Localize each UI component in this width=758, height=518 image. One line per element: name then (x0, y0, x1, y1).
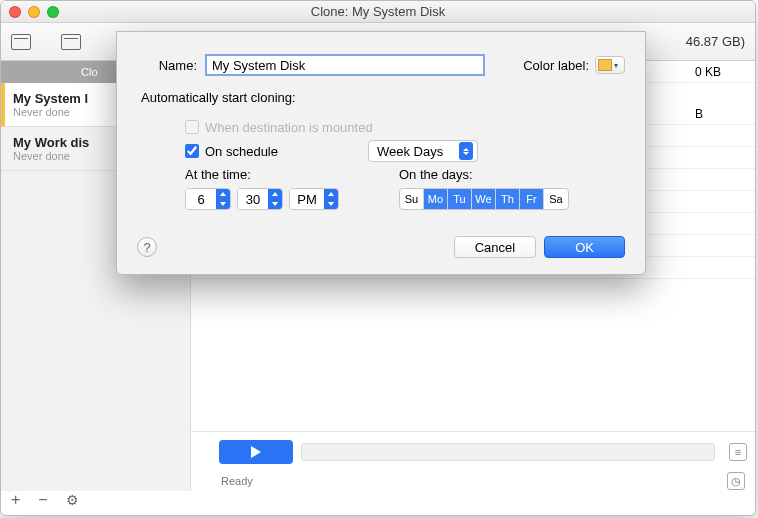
schedule-mode-value: Week Days (377, 144, 443, 159)
schedule-mode-select[interactable]: Week Days (368, 140, 478, 162)
cancel-button[interactable]: Cancel (454, 236, 536, 258)
window-title: Clone: My System Disk (311, 4, 445, 19)
titlebar: Clone: My System Disk (1, 1, 755, 23)
name-input[interactable] (205, 54, 485, 76)
bottom-left-controls: + − ⚙ (11, 491, 79, 509)
ampm-stepper[interactable] (289, 188, 339, 210)
day-th[interactable]: Th (496, 189, 520, 209)
day-su[interactable]: Su (400, 189, 424, 209)
checkbox-when-mounted (185, 120, 199, 134)
start-clone-button[interactable] (219, 440, 293, 464)
on-schedule-label: On schedule (205, 144, 278, 159)
schedule-sheet: Name: Color label: ▾ Automatically start… (116, 31, 646, 275)
checkbox-on-schedule[interactable] (185, 144, 199, 158)
column-extra-size: 0 KB (695, 65, 755, 79)
settings-gear-icon[interactable]: ⚙ (66, 492, 79, 508)
when-mounted-label: When destination is mounted (205, 120, 373, 135)
day-we[interactable]: We (472, 189, 496, 209)
days-label: On the days: (399, 167, 569, 182)
help-button[interactable]: ? (137, 237, 157, 257)
ok-button[interactable]: OK (544, 236, 625, 258)
toolbar-source-icon[interactable] (11, 34, 31, 50)
option-when-mounted: When destination is mounted (185, 115, 625, 139)
day-picker[interactable]: SuMoTuWeThFrSa (399, 188, 569, 210)
hour-stepper[interactable] (185, 188, 231, 210)
close-window-button[interactable] (9, 6, 21, 18)
day-sa[interactable]: Sa (544, 189, 568, 209)
minute-stepper[interactable] (237, 188, 283, 210)
color-swatch-icon (598, 59, 612, 71)
schedule-icon[interactable]: ◷ (727, 472, 745, 490)
day-mo[interactable]: Mo (424, 189, 448, 209)
add-button[interactable]: + (11, 491, 20, 509)
minute-input[interactable] (238, 189, 268, 209)
traffic-lights (9, 6, 59, 18)
column-extra-letter: B (695, 107, 755, 121)
color-select[interactable]: ▾ (595, 56, 625, 74)
zoom-window-button[interactable] (47, 6, 59, 18)
color-label: Color label: (523, 58, 589, 73)
status-text: Ready (221, 475, 253, 487)
log-icon[interactable]: ≡ (729, 443, 747, 461)
time-label: At the time: (185, 167, 339, 182)
footer: ≡ (191, 431, 755, 471)
progress-bar (301, 443, 715, 461)
dropdown-arrows-icon (459, 142, 473, 160)
minimize-window-button[interactable] (28, 6, 40, 18)
hour-input[interactable] (186, 189, 216, 209)
remove-button[interactable]: − (38, 491, 47, 509)
auto-start-title: Automatically start cloning: (141, 90, 625, 105)
day-tu[interactable]: Tu (448, 189, 472, 209)
day-fr[interactable]: Fr (520, 189, 544, 209)
toolbar-destination-icon[interactable] (61, 34, 81, 50)
ampm-input[interactable] (290, 189, 324, 209)
disk-size-label: 46.87 GB) (686, 34, 745, 49)
play-icon (251, 446, 261, 458)
chevron-down-icon: ▾ (614, 61, 618, 70)
name-label: Name: (137, 58, 197, 73)
app-window: Clone: My System Disk 46.87 GB) Clo My S… (0, 0, 756, 516)
